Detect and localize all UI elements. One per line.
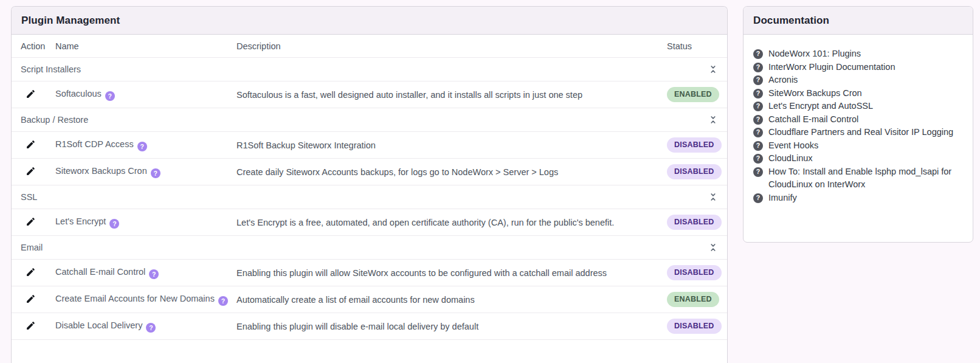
doc-help-icon: ? [753, 154, 763, 164]
plugin-name-cell: R1Soft CDP Access? [55, 137, 236, 154]
edit-pencil-icon[interactable] [25, 139, 36, 150]
edit-pencil-icon[interactable] [25, 266, 36, 277]
status-badge: ENABLED [667, 292, 719, 307]
table-header-row: Action Name Description Status [12, 35, 727, 58]
plugin-name: R1Soft CDP Access [55, 139, 134, 149]
plugin-status-cell: DISABLED [662, 135, 727, 155]
doc-link-label: Acronis [768, 74, 798, 87]
edit-pencil-icon[interactable] [25, 320, 36, 331]
plugin-status-cell: ENABLED [662, 289, 727, 309]
doc-help-icon: ? [753, 141, 763, 151]
plugin-description: R1Soft Backup Siteworx Integration [236, 138, 662, 153]
doc-help-icon: ? [753, 193, 763, 203]
plugin-help-icon[interactable]: ? [218, 296, 228, 306]
collapse-section-icon[interactable] [708, 114, 719, 125]
doc-link-label: Catchall E-mail Control [768, 113, 858, 126]
plugin-row: R1Soft CDP Access? R1Soft Backup Sitewor… [12, 132, 727, 159]
plugin-help-icon[interactable]: ? [149, 269, 159, 279]
documentation-title: Documentation [753, 15, 829, 27]
plugin-action-cell [12, 291, 55, 308]
edit-pencil-icon[interactable] [25, 88, 36, 99]
plugin-help-icon[interactable]: ? [146, 323, 156, 333]
collapse-section-icon[interactable] [708, 64, 719, 75]
plugin-help-icon[interactable]: ? [151, 168, 160, 178]
doc-link-label: Let's Encrypt and AutoSSL [768, 100, 873, 113]
section-row: Email [12, 236, 727, 260]
plugin-help-icon[interactable]: ? [109, 219, 119, 229]
documentation-panel-header: Documentation [744, 7, 973, 35]
plugin-status-cell: ENABLED [662, 85, 727, 105]
section-row: SSL [12, 185, 727, 209]
collapse-section-icon[interactable] [708, 192, 719, 202]
doc-help-icon: ? [753, 167, 763, 177]
documentation-link[interactable]: ? InterWorx Plugin Documentation [753, 61, 964, 74]
documentation-link[interactable]: ? Let's Encrypt and AutoSSL [753, 100, 964, 113]
column-header-status: Status [662, 39, 727, 54]
doc-help-icon: ? [753, 128, 763, 137]
edit-pencil-icon[interactable] [25, 216, 36, 227]
doc-help-icon: ? [753, 49, 763, 59]
doc-help-icon: ? [753, 63, 763, 72]
plugin-status-cell: DISABLED [662, 162, 727, 182]
section-row: Backup / Restore [12, 108, 727, 132]
plugin-row: Catchall E-mail Control? Enabling this p… [12, 260, 727, 286]
plugin-description: Enabling this plugin will disable e-mail… [236, 319, 662, 334]
documentation-link[interactable]: ? CloudLinux [753, 152, 964, 165]
edit-pencil-icon[interactable] [25, 293, 36, 304]
column-header-action: Action [12, 39, 55, 54]
plugin-name-cell: Create Email Accounts for New Domains? [55, 291, 236, 308]
documentation-link-list: ? NodeWorx 101: Plugins ? InterWorx Plug… [744, 35, 973, 213]
column-header-name: Name [55, 39, 236, 54]
documentation-link[interactable]: ? Event Hooks [753, 139, 964, 153]
plugin-action-cell [12, 86, 55, 103]
plugin-action-cell [12, 213, 55, 231]
plugin-description: Softaculous is a fast, well designed aut… [236, 88, 662, 102]
status-badge: DISABLED [667, 164, 722, 179]
plugin-action-cell [12, 163, 55, 181]
plugin-status-cell: DISABLED [662, 316, 727, 336]
plugin-name-cell: Disable Local Delivery? [55, 318, 236, 335]
column-header-description: Description [236, 39, 662, 54]
status-badge: DISABLED [667, 137, 722, 153]
documentation-link[interactable]: ? Cloudflare Partners and Real Visitor I… [753, 126, 964, 139]
plugin-row: Softaculous? Softaculous is a fast, well… [12, 81, 727, 108]
plugin-name: Catchall E-mail Control [55, 267, 145, 277]
doc-link-label: How To: Install and Enable lsphp mod_lsa… [768, 165, 964, 192]
status-badge: ENABLED [667, 87, 719, 102]
doc-link-label: NodeWorx 101: Plugins [768, 47, 861, 61]
plugin-name: Let's Encrypt [55, 216, 106, 226]
plugin-action-cell [12, 317, 55, 335]
doc-link-label: Event Hooks [768, 139, 818, 153]
documentation-link[interactable]: ? Imunify [753, 192, 964, 205]
section-label: SSL [12, 192, 727, 202]
plugin-description: Create daily Siteworx Accounts backups, … [236, 165, 662, 179]
edit-pencil-icon[interactable] [25, 165, 36, 176]
section-label: Email [12, 243, 727, 252]
plugin-description: Enabling this plugin will allow SiteWorx… [236, 266, 662, 280]
plugin-name-cell: Siteworx Backups Cron? [55, 164, 236, 181]
section-label: Backup / Restore [12, 115, 727, 125]
doc-link-label: Cloudflare Partners and Real Visitor IP … [768, 126, 953, 139]
documentation-link[interactable]: ? Acronis [753, 74, 964, 87]
plugin-name: Siteworx Backups Cron [55, 166, 147, 176]
page-title: Plugin Management [21, 15, 120, 27]
documentation-link[interactable]: ? Catchall E-mail Control [753, 113, 964, 126]
collapse-section-icon[interactable] [708, 242, 719, 253]
documentation-link[interactable]: ? How To: Install and Enable lsphp mod_l… [753, 165, 964, 192]
plugin-table-body: Script Installers Softaculous? Softaculo… [12, 58, 727, 340]
plugin-name-cell: Let's Encrypt? [55, 214, 236, 231]
status-badge: DISABLED [667, 265, 722, 280]
plugin-name-cell: Catchall E-mail Control? [55, 264, 236, 282]
section-row: Script Installers [12, 58, 727, 81]
documentation-link[interactable]: ? NodeWorx 101: Plugins [753, 47, 964, 61]
doc-help-icon: ? [753, 89, 763, 99]
documentation-link[interactable]: ? SiteWorx Backups Cron [753, 87, 964, 100]
status-badge: DISABLED [667, 215, 722, 230]
plugin-description: Let's Encrypt is a free, automated, and … [236, 215, 662, 230]
plugin-panel-header: Plugin Management [12, 7, 727, 35]
plugin-help-icon[interactable]: ? [137, 142, 147, 151]
plugin-help-icon[interactable]: ? [105, 91, 115, 101]
plugin-action-cell [12, 136, 55, 154]
plugin-management-panel: Plugin Management Action Name Descriptio… [11, 6, 728, 363]
plugin-status-cell: DISABLED [662, 263, 727, 283]
